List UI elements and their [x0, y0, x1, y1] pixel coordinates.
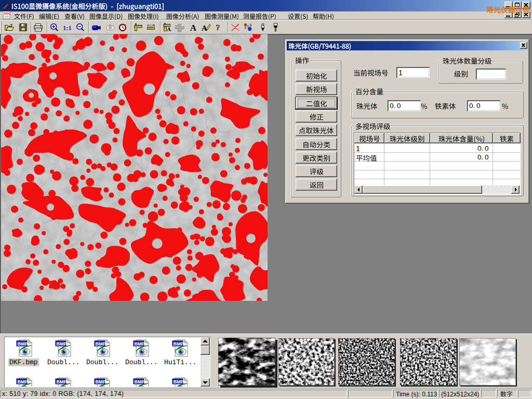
svg-text:BMP: BMP	[57, 379, 67, 384]
svg-text:3: 3	[249, 23, 252, 28]
svg-text:1:1: 1:1	[63, 24, 72, 32]
svg-text:BMP: BMP	[57, 341, 67, 347]
svg-text:BMP: BMP	[18, 379, 28, 384]
svg-text:BMP: BMP	[135, 379, 145, 384]
svg-text:BMP: BMP	[96, 341, 106, 347]
svg-text:A: A	[190, 23, 197, 32]
svg-text:BMP: BMP	[174, 379, 184, 384]
svg-text:A: A	[202, 24, 207, 32]
svg-text:A: A	[167, 26, 171, 32]
svg-text:BMP: BMP	[18, 341, 28, 347]
svg-text:BMP: BMP	[174, 341, 184, 347]
svg-text:DOC: DOC	[4, 12, 11, 15]
svg-text:BMP: BMP	[135, 341, 145, 347]
svg-text:BMP: BMP	[96, 379, 106, 384]
svg-text:?: ?	[216, 23, 220, 32]
